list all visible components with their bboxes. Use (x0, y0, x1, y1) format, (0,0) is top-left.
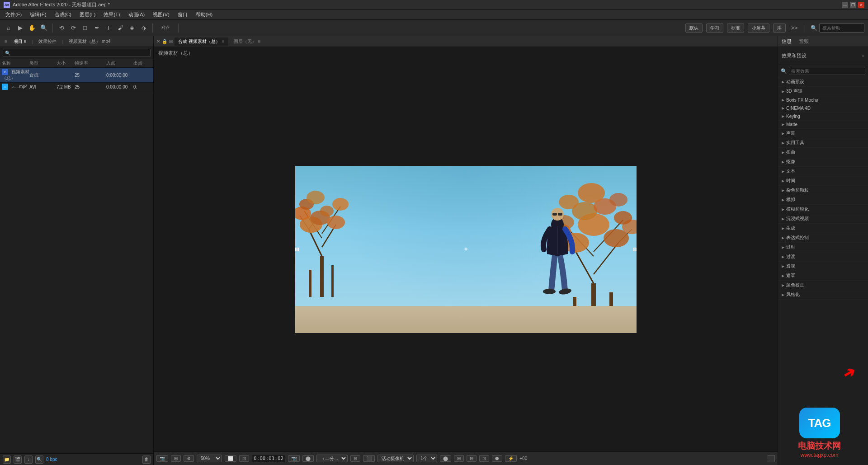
workspace-small-screen[interactable]: 小屏幕 (748, 23, 769, 33)
viewer-photo-btn[interactable]: 📷 (288, 455, 300, 462)
project-item-footage[interactable]: ○ ○....mp4 AVI 7.2 MB 25 0:00:00:00 0: (0, 83, 153, 91)
workspace-more[interactable]: >> (789, 23, 799, 33)
menu-animation[interactable]: 动画(A) (125, 10, 149, 19)
panel-menu-icon[interactable]: ≡ (3, 38, 9, 45)
tool-play[interactable]: ▶ (15, 23, 25, 33)
tool-rotate-ccw[interactable]: ⟲ (57, 23, 66, 33)
viewer-snapshot-btn[interactable]: 📷 (156, 455, 168, 462)
delete-btn[interactable]: 🗑 (142, 456, 151, 464)
menu-effect[interactable]: 效果(T) (100, 10, 123, 19)
frame-handle-left[interactable] (295, 248, 299, 251)
menu-window[interactable]: 窗口 (174, 10, 191, 19)
viewer-aspect-btn[interactable]: ⊡ (239, 455, 249, 462)
effects-group-matte-header[interactable]: ▶ Matte (778, 121, 868, 128)
viewer-expand-btn[interactable] (768, 455, 775, 462)
tab-comp-close[interactable]: ≡ (222, 39, 225, 44)
effects-group-perspective-header[interactable]: ▶ 透视 (778, 262, 868, 271)
tab-audio[interactable]: 音频 (799, 38, 809, 45)
viewer-grid2-btn[interactable]: ⊟ (467, 455, 476, 462)
effects-group-utility-header[interactable]: ▶ 实用工具 (778, 138, 868, 147)
viewer-stereo-btn[interactable]: ⊟ (350, 455, 360, 462)
viewer-area[interactable]: ✦ (154, 47, 778, 451)
tool-puppet[interactable]: ⬗ (139, 23, 149, 33)
effects-group-animation-header[interactable]: ▶ 动画预设 (778, 77, 868, 86)
effects-group-mask-header[interactable]: ▶ 遮罩 (778, 271, 868, 280)
project-item-comp[interactable]: C 视频素材（总） 合成 25 0:00:00:00 (0, 68, 153, 83)
effects-group-channel-header[interactable]: ▶ 声道 (778, 129, 868, 138)
import-btn[interactable]: ↓ (24, 456, 33, 464)
viewer-render-btn[interactable]: ⬟ (492, 455, 502, 462)
menu-layer[interactable]: 图层(L) (76, 10, 99, 19)
new-folder-btn[interactable]: 📁 (3, 456, 11, 464)
close-footage-tab[interactable]: ✕ (156, 39, 160, 44)
frame-handle-right[interactable] (633, 248, 637, 251)
search-btn[interactable]: 🔍 (35, 456, 43, 464)
bpc-badge[interactable]: 8 bpc (46, 457, 57, 462)
viewer-pan-btn[interactable]: ⬤ (440, 455, 451, 462)
viewer-mask-btn[interactable]: ⊡ (479, 455, 489, 462)
effects-group-obsolete-header[interactable]: ▶ 过时 (778, 243, 868, 252)
new-comp-btn[interactable]: 🎬 (14, 456, 22, 464)
viewer-channel-select[interactable]: （二分... (316, 455, 348, 462)
viewer-config-btn[interactable]: ⚙ (184, 455, 194, 462)
menu-composition[interactable]: 合成(C) (51, 10, 75, 19)
effects-group-keyer-header[interactable]: ▶ 抠像 (778, 157, 868, 166)
effects-group-stylize-header[interactable]: ▶ 风格化 (778, 290, 868, 299)
effects-panel-menu[interactable]: ≡ (862, 53, 864, 58)
effects-group-transition-header[interactable]: ▶ 过渡 (778, 252, 868, 261)
layer-none-menu[interactable]: ≡ (258, 39, 261, 44)
viewer-hdr-btn[interactable]: ⬛ (363, 455, 375, 462)
effects-group-immersive-header[interactable]: ▶ 沉浸式视频 (778, 214, 868, 223)
effects-group-simulation-header[interactable]: ▶ 模拟 (778, 195, 868, 204)
viewer-grid-btn[interactable]: ⊞ (171, 455, 181, 462)
tab-effects-controls[interactable]: 效果控件 (37, 38, 58, 45)
tab-info[interactable]: 信息 (782, 38, 792, 45)
viewer-zoom2-btn[interactable]: ⊞ (454, 455, 464, 462)
tab-project[interactable]: 项目 ≡ (12, 38, 28, 45)
viewer-camera-select[interactable]: 活动摄像机 (377, 455, 414, 462)
effects-search-input[interactable] (789, 67, 865, 75)
tool-pen[interactable]: ✒ (92, 23, 102, 33)
workspace-standard[interactable]: 标准 (727, 23, 744, 33)
search-input[interactable] (819, 23, 864, 33)
effects-group-3d-header[interactable]: ▶ 3D 声道 (778, 87, 868, 96)
viewer-color-btn[interactable]: ⬤ (302, 455, 314, 462)
tool-rect[interactable]: □ (80, 23, 90, 33)
tool-zoom[interactable]: 🔍 (39, 23, 49, 33)
menu-file[interactable]: 文件(F) (2, 10, 25, 19)
project-search-input[interactable] (3, 49, 151, 57)
tool-align[interactable]: 对齐 (156, 23, 175, 33)
menu-edit[interactable]: 编辑(E) (26, 10, 50, 19)
tab-composition-main[interactable]: 合成 视频素材（总） ≡ (175, 38, 228, 46)
viewer-fit-btn[interactable]: ⬜ (225, 455, 236, 462)
tool-text[interactable]: T (104, 23, 113, 33)
viewer-timecode[interactable]: 0:00:01:02 (252, 455, 285, 462)
maximize-button[interactable]: ❐ (850, 2, 856, 8)
effects-group-noise-header[interactable]: ▶ 杂色和颗粒 (778, 186, 868, 195)
tab-footage[interactable]: 视频素材（总）.mp4 (67, 38, 112, 45)
tool-home[interactable]: ⌂ (4, 23, 14, 33)
effects-group-boris-header[interactable]: ▶ Boris FX Mocha (778, 96, 868, 104)
viewer-zoom-select[interactable]: 50% 100% 25% (197, 455, 222, 462)
workspace-library[interactable]: 库 (773, 23, 786, 33)
workspace-learn[interactable]: 学习 (706, 23, 723, 33)
close-button[interactable]: ✕ (858, 2, 864, 8)
viewer-view-count-select[interactable]: 1个 (416, 455, 437, 462)
tool-clone[interactable]: ◈ (127, 23, 137, 33)
tool-paint[interactable]: 🖌 (115, 23, 125, 33)
workspace-default[interactable]: 默认 (685, 23, 703, 33)
effects-group-blur-header[interactable]: ▶ 模糊和锐化 (778, 205, 868, 214)
effects-group-keying-header[interactable]: ▶ Keying (778, 113, 868, 120)
menu-help[interactable]: 帮助(H) (192, 10, 216, 19)
effects-group-cinema4d-header[interactable]: ▶ CINEMA 4D (778, 104, 868, 112)
viewer-fast-btn[interactable]: ⚡ (505, 455, 517, 462)
menu-view[interactable]: 视图(V) (149, 10, 173, 19)
tool-rotate-cw[interactable]: ⟳ (68, 23, 78, 33)
effects-group-distort-header[interactable]: ▶ 扭曲 (778, 148, 868, 157)
effects-group-expression-header[interactable]: ▶ 表达式控制 (778, 233, 868, 242)
effects-group-text-header[interactable]: ▶ 文本 (778, 167, 868, 176)
effects-group-generate-header[interactable]: ▶ 生成 (778, 224, 868, 233)
effects-group-colorcorrect-header[interactable]: ▶ 颜色校正 (778, 281, 868, 290)
minimize-button[interactable]: — (842, 2, 848, 8)
effects-group-time-header[interactable]: ▶ 时间 (778, 176, 868, 185)
